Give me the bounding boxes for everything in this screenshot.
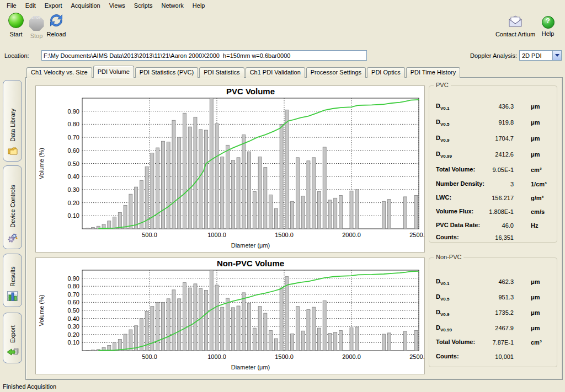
stat-unit: μm <box>531 151 540 158</box>
histogram-bar <box>323 300 326 351</box>
histogram-bar <box>280 124 283 229</box>
contact-artium-button[interactable]: Contact Artium <box>494 15 536 37</box>
menu-item-export[interactable]: Export <box>40 1 67 10</box>
y-tick-label: 0.40 <box>68 315 79 322</box>
histogram-bar <box>258 157 262 229</box>
histogram-bar <box>285 277 289 351</box>
stat-label: DV0.99 <box>436 151 452 159</box>
y-axis-label: Volume (%) <box>38 295 45 326</box>
nonpvc-stats-groupbox: Non-PVC DV0.1462.3μmDV0.5951.3μmDV0.9173… <box>429 257 557 367</box>
histogram-bar <box>339 196 342 229</box>
x-tick-label: 2000.0 <box>342 353 361 360</box>
sidebar-item-label: Data Library <box>9 80 16 146</box>
histogram-bar <box>221 307 224 351</box>
menu-item-help[interactable]: Help <box>188 1 210 10</box>
y-tick-label: 0.20 <box>68 331 79 338</box>
gears-icon <box>7 232 18 244</box>
menu-item-acquisition[interactable]: Acquisition <box>67 1 105 10</box>
y-tick-label: 0.90 <box>68 275 79 282</box>
tab-processor-settings[interactable]: Processor Settings <box>306 67 366 78</box>
histogram-bar <box>178 299 181 351</box>
stat-row: Volume Flux:1.808E-1cm/s <box>436 208 551 217</box>
tab-pdi-volume[interactable]: PDI Volume <box>93 66 134 78</box>
histogram-bar <box>253 191 256 229</box>
y-tick-label: 0.60 <box>68 147 79 154</box>
sidebar-item-device-controls[interactable]: Device Controls <box>3 165 22 249</box>
histogram-bar <box>237 306 240 351</box>
histogram-bar <box>221 157 224 229</box>
histogram-bar <box>274 208 278 229</box>
help-button[interactable]: ? Help <box>532 16 563 37</box>
tab-pdi-statistics-pvc-[interactable]: PDI Statistics (PVC) <box>135 67 198 78</box>
y-tick-label: 0.80 <box>68 283 79 289</box>
tab-pdi-optics[interactable]: PDI Optics <box>367 67 405 78</box>
histogram-bar <box>248 152 251 229</box>
histogram-bar <box>291 334 294 351</box>
combo-dropdown-button[interactable] <box>552 51 561 60</box>
histogram-bar <box>387 333 391 351</box>
histogram-bar <box>167 299 170 351</box>
menu-item-scripts[interactable]: Scripts <box>130 1 157 10</box>
histogram-bar <box>323 147 326 229</box>
reload-button[interactable]: Reload <box>40 13 72 37</box>
pvc-volume-chart: PVC Volume0.100.200.300.400.500.600.700.… <box>35 85 425 253</box>
stat-row: PVC Data Rate:46.0Hz <box>436 222 551 230</box>
stat-label: Counts: <box>436 353 459 359</box>
tab-pdi-time-history[interactable]: PDI Time History <box>406 67 461 78</box>
doppler-analysis-select[interactable]: 2D PDI <box>519 50 562 61</box>
tab-pdi-statistics[interactable]: PDI Statistics <box>199 67 244 78</box>
x-tick-label: 1000.0 <box>207 353 226 360</box>
histogram-bar <box>129 194 132 229</box>
stat-value: 1735.2 <box>464 309 514 316</box>
envelope-icon <box>507 15 524 29</box>
histogram-bar <box>199 130 202 229</box>
stat-unit: cm³ <box>531 167 542 173</box>
stat-row: DV0.5951.3μm <box>436 293 551 302</box>
y-tick-label: 0.70 <box>68 291 79 298</box>
stat-unit: μm <box>531 325 540 331</box>
tab-ch1-velocity-vs-size[interactable]: Ch1 Velocity vs. Size <box>26 67 92 78</box>
toolbar: Start STOP Stop Reload Contact Artium ? … <box>0 10 565 46</box>
sidebar-item-label: Results <box>9 254 16 291</box>
menu-item-views[interactable]: Views <box>105 1 130 10</box>
pvc-stats-groupbox: PVC DV0.1436.3μmDV0.5919.8μmDV0.91704.7μ… <box>429 85 557 243</box>
sidebar-item-data-library[interactable]: Data Library <box>3 80 22 162</box>
x-tick-label: 1500.0 <box>275 353 294 360</box>
histogram-bar <box>156 148 159 229</box>
bar-chart-icon <box>7 291 18 302</box>
chart-svg: PVC Volume0.100.200.300.400.500.600.700.… <box>36 86 424 252</box>
histogram-bar <box>129 330 132 351</box>
histogram-bar <box>183 283 186 351</box>
histogram-bar <box>210 98 213 229</box>
menu-item-file[interactable]: File <box>2 1 21 10</box>
stat-value: 156.217 <box>464 195 514 201</box>
histogram-bar <box>124 205 127 229</box>
stat-unit: μm <box>531 103 540 110</box>
export-arrow-icon <box>7 347 19 358</box>
histogram-bar <box>328 200 332 229</box>
histogram-bar <box>172 290 175 351</box>
histogram-bar <box>355 190 359 229</box>
histogram-bar <box>296 158 299 229</box>
sidebar-item-export[interactable]: Export <box>3 313 22 363</box>
histogram-bar <box>317 328 321 351</box>
x-tick-label: 1500.0 <box>275 232 294 238</box>
histogram-bar <box>226 298 230 351</box>
histogram-bar <box>414 196 418 229</box>
nonpvc-groupbox-title: Non-PVC <box>434 254 463 260</box>
histogram-bar <box>404 331 407 351</box>
stat-value: 951.3 <box>464 294 514 300</box>
histogram-bar <box>194 284 197 351</box>
y-tick-label: 0.50 <box>68 160 79 167</box>
stat-unit: Hz <box>531 222 538 229</box>
stat-label: Counts: <box>436 234 459 240</box>
x-tick-label: 500.0 <box>142 232 157 238</box>
histogram-bar <box>108 221 111 229</box>
y-tick-label: 0.60 <box>68 299 79 305</box>
sidebar-item-results[interactable]: Results <box>3 254 22 307</box>
menu-item-edit[interactable]: Edit <box>21 1 40 10</box>
stat-row: Total Volume:7.87E-1cm³ <box>436 339 551 347</box>
tab-ch1-pdi-validation[interactable]: Ch1 PDI Validation <box>246 67 305 78</box>
location-input[interactable] <box>41 50 367 61</box>
menu-item-network[interactable]: Network <box>157 1 188 10</box>
